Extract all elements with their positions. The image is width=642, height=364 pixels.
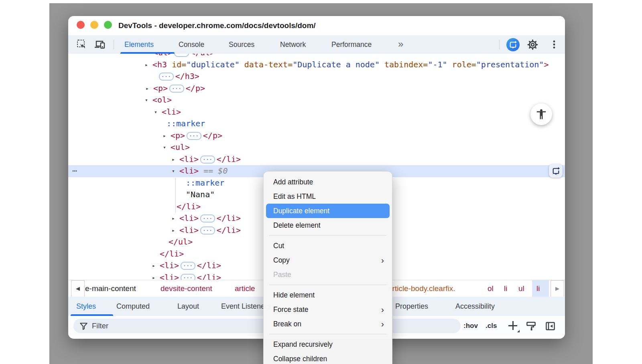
inspect-cursor-button[interactable] <box>76 39 87 50</box>
tab-accessibility[interactable]: Accessibility <box>455 297 495 316</box>
token-attr: role= <box>447 60 476 69</box>
collapse-arrow-icon[interactable]: ▾ <box>154 106 157 118</box>
menu-item-expand-recursively[interactable]: Expand recursively <box>266 337 390 352</box>
more-tabs-button[interactable]: » <box>398 35 403 54</box>
menu-item-delete-element[interactable]: Delete element <box>266 218 390 233</box>
breadcrumb-item-ul[interactable]: ul <box>518 280 524 297</box>
toggle-sidebar-button[interactable] <box>545 321 556 332</box>
menu-item-force-state[interactable]: Force state› <box>266 302 390 317</box>
breadcrumb-item-li[interactable]: li <box>504 280 507 297</box>
token-pseudo: ::marker <box>186 178 224 188</box>
ellipsis-expand-button[interactable]: ··· <box>200 226 215 235</box>
breadcrumb-item-ol[interactable]: ol <box>488 280 494 297</box>
device-toolbar-button[interactable] <box>94 39 105 50</box>
menu-item-add-attribute[interactable]: Add attribute <box>266 175 390 189</box>
toggle-hov-button[interactable]: :hov <box>463 316 478 336</box>
ellipsis-expand-button[interactable]: ··· <box>181 262 195 270</box>
expand-arrow-icon[interactable]: ▸ <box>172 212 175 224</box>
toggle-cls-button[interactable]: .cls <box>486 316 497 336</box>
token-tag: <li> <box>160 261 179 270</box>
token-tag: </p> <box>186 83 205 93</box>
breadcrumb-scroll-left-button[interactable]: ◀ <box>71 280 85 297</box>
ellipsis-expand-button[interactable]: ··· <box>200 214 215 222</box>
dom-node-text: <li> <box>68 106 565 118</box>
dom-node-text: <h3 id="duplicate" data-text="Duplicate … <box>68 59 565 71</box>
tab-styles[interactable]: Styles <box>76 297 96 316</box>
menu-item-collapse-children[interactable]: Collapse children <box>266 352 390 364</box>
dom-row[interactable]: <ul>···</ul> <box>68 54 565 59</box>
dom-row[interactable]: ▸<p>···</p> <box>68 83 565 95</box>
settings-button[interactable] <box>527 39 538 51</box>
dom-row[interactable]: ▾<ul> <box>68 142 565 154</box>
more-options-button[interactable] <box>549 39 560 51</box>
ai-assistant-badge-button[interactable] <box>549 164 563 178</box>
token-tag: <p> <box>153 83 168 93</box>
tab-layout[interactable]: Layout <box>177 297 199 316</box>
token-tag: </h3> <box>175 71 199 81</box>
menu-item-duplicate-element[interactable]: Duplicate element <box>266 204 390 218</box>
breadcrumb-scroll-right-button[interactable]: ▶ <box>551 280 564 297</box>
menu-item-paste[interactable]: Paste <box>266 267 390 282</box>
dom-row[interactable]: ▸<h3 id="duplicate" data-text="Duplicate… <box>68 59 565 71</box>
token-val: "duplicate" <box>186 60 239 69</box>
dom-row[interactable]: ▾<ol> <box>68 94 565 106</box>
breadcrumb-item-e-main-content[interactable]: e-main-content <box>85 280 136 297</box>
tab-performance[interactable]: Performance <box>331 35 372 54</box>
tab-sources[interactable]: Sources <box>229 35 254 54</box>
accessibility-widget-button[interactable] <box>530 103 552 125</box>
ellipsis-expand-button[interactable]: ··· <box>181 274 195 280</box>
collapse-arrow-icon[interactable]: ▾ <box>145 94 148 106</box>
menu-item-edit-as-html[interactable]: Edit as HTML <box>266 189 390 204</box>
toolbar-divider <box>114 40 114 49</box>
breadcrumb-item-article[interactable]: article <box>235 280 255 297</box>
ai-assistant-icon <box>509 40 517 49</box>
ellipsis-expand-button[interactable]: ··· <box>200 156 215 164</box>
menu-separator <box>269 285 386 285</box>
ai-assistant-button[interactable] <box>506 38 520 51</box>
menu-item-hide-element[interactable]: Hide element <box>266 288 390 302</box>
tab-console[interactable]: Console <box>179 35 204 54</box>
tab-network[interactable]: Network <box>280 35 306 54</box>
collapse-arrow-icon[interactable]: ▾ <box>163 142 166 154</box>
expand-arrow-icon[interactable]: ▸ <box>172 154 175 166</box>
token-val: "Duplicate a node" <box>293 60 380 69</box>
token-tag: <li> <box>179 213 199 223</box>
token-tag: </li> <box>217 213 241 223</box>
rendering-brush-button[interactable] <box>526 321 536 332</box>
submenu-chevron-icon: › <box>381 302 384 317</box>
expand-arrow-icon[interactable]: ▸ <box>152 272 155 280</box>
collapse-arrow-icon[interactable]: ▾ <box>172 165 175 177</box>
expand-arrow-icon[interactable]: ▸ <box>152 260 155 272</box>
traffic-light-close-button[interactable] <box>77 21 85 29</box>
tab-properties[interactable]: Properties <box>395 297 428 316</box>
breadcrumb-item-devsite-content[interactable]: devsite-content <box>160 280 212 297</box>
traffic-light-minimize-button[interactable] <box>90 21 98 29</box>
token-attr: tabindex= <box>380 60 428 69</box>
tab-computed[interactable]: Computed <box>116 297 150 316</box>
dom-node-text: <ul>···</ul> <box>68 54 565 59</box>
ellipsis-expand-button[interactable]: ··· <box>159 73 174 81</box>
expand-arrow-icon[interactable]: ▸ <box>146 83 149 95</box>
ellipsis-expand-button[interactable]: ··· <box>187 132 201 140</box>
tab-elements[interactable]: Elements <box>124 35 154 54</box>
dom-row[interactable]: ::marker <box>68 118 565 130</box>
ellipsis-expand-button[interactable]: ··· <box>169 85 184 93</box>
traffic-light-zoom-button[interactable] <box>104 21 112 29</box>
dom-row[interactable]: ▾<li> <box>68 106 565 118</box>
context-menu: Add attributeEdit as HTMLDuplicate eleme… <box>263 171 392 364</box>
breadcrumb-item-article-body-clearfix[interactable]: article-body.clearfix. <box>388 280 455 297</box>
dom-row[interactable]: ▸<li>···</li> <box>68 154 565 166</box>
ellipsis-expand-button[interactable]: ··· <box>174 54 189 57</box>
dom-row[interactable]: ▸<p>···</p> <box>68 130 565 142</box>
dom-row[interactable]: ···</h3> <box>68 71 565 83</box>
titlebar: DevTools - developer.chrome.com/docs/dev… <box>68 16 565 35</box>
breadcrumb-item-li-selected[interactable]: li <box>536 280 540 297</box>
new-style-rule-button[interactable] <box>507 320 519 332</box>
indent-guide <box>175 178 176 213</box>
menu-item-copy[interactable]: Copy› <box>266 253 390 267</box>
expand-arrow-icon[interactable]: ▸ <box>172 224 175 237</box>
expand-arrow-icon[interactable]: ▸ <box>163 130 166 142</box>
menu-item-break-on[interactable]: Break on› <box>266 317 390 331</box>
expand-arrow-icon[interactable]: ▸ <box>145 59 148 71</box>
menu-item-cut[interactable]: Cut <box>266 239 390 253</box>
